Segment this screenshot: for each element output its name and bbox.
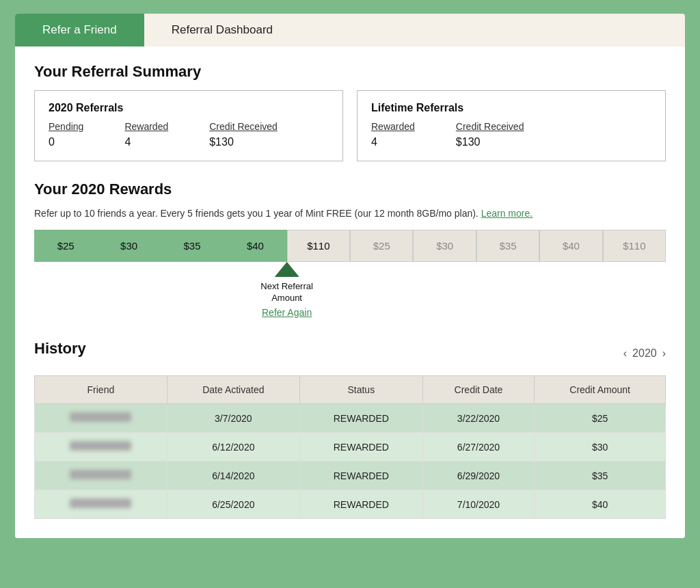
table-row: 6/12/2020REWARDED6/27/2020$30 xyxy=(35,433,666,462)
current-year: 2020 xyxy=(632,347,657,360)
lifetime-rewarded-value: 4 xyxy=(371,136,415,148)
history-header: History ‹ 2020 › xyxy=(34,340,666,367)
referrals-2020-box: 2020 Referrals Pending 0 Rewarded 4 Cred… xyxy=(34,90,343,161)
referrals-2020-columns: Pending 0 Rewarded 4 Credit Received $13… xyxy=(49,121,329,148)
reward-slot-1: $30 xyxy=(97,230,160,262)
reward-slot-6: $30 xyxy=(413,230,476,262)
reward-slot-8: $40 xyxy=(539,230,602,262)
col-credit-amount: Credit Amount xyxy=(535,376,666,404)
tab-refer[interactable]: Refer a Friend xyxy=(15,14,144,46)
credit-received-col: Credit Received $130 xyxy=(209,121,278,148)
reward-slot-2: $35 xyxy=(161,230,224,262)
credit-amount-cell: $35 xyxy=(535,462,666,490)
credit-received-value: $130 xyxy=(209,136,278,148)
learn-more-link[interactable]: Learn more. xyxy=(481,208,533,219)
lifetime-rewarded-col: Rewarded 4 xyxy=(371,121,415,148)
rewarded-header: Rewarded xyxy=(124,121,168,132)
table-row: 6/14/2020REWARDED6/29/2020$35 xyxy=(35,462,666,490)
next-referral-wrapper: Next ReferralAmount Refer Again xyxy=(34,262,666,323)
reward-slot-3: $40 xyxy=(224,230,286,262)
reward-slot-5: $25 xyxy=(350,230,413,262)
col-status: Status xyxy=(299,376,422,404)
main-content: Your Referral Summary 2020 Referrals Pen… xyxy=(15,46,685,538)
arrow-icon xyxy=(275,262,299,277)
pending-header: Pending xyxy=(49,121,83,132)
history-title: History xyxy=(34,340,86,358)
lifetime-columns: Rewarded 4 Credit Received $130 xyxy=(371,121,651,148)
friend-cell xyxy=(35,404,167,433)
lifetime-rewarded-header: Rewarded xyxy=(371,121,415,132)
table-row: 6/25/2020REWARDED7/10/2020$40 xyxy=(35,490,666,519)
status-cell: REWARDED xyxy=(299,404,422,433)
friend-cell xyxy=(35,462,167,490)
lifetime-credit-col: Credit Received $130 xyxy=(456,121,524,148)
status-cell: REWARDED xyxy=(299,433,422,462)
credit-date-cell: 7/10/2020 xyxy=(422,490,535,519)
app-container: Refer a Friend Referral Dashboard Your R… xyxy=(15,14,685,538)
next-year-button[interactable]: › xyxy=(662,347,666,360)
lifetime-credit-header: Credit Received xyxy=(456,121,524,132)
date-cell: 3/7/2020 xyxy=(167,404,299,433)
reward-slot-7: $35 xyxy=(476,230,539,262)
rewarded-col: Rewarded 4 xyxy=(124,121,168,148)
table-row: 3/7/2020REWARDED3/22/2020$25 xyxy=(35,404,666,433)
reward-slot-4: $110 xyxy=(287,230,350,262)
rewards-description: Refer up to 10 friends a year. Every 5 f… xyxy=(34,208,666,219)
credit-date-cell: 6/27/2020 xyxy=(422,433,535,462)
next-referral-label: Next ReferralAmount xyxy=(260,281,313,304)
credit-received-header: Credit Received xyxy=(209,121,278,132)
col-friend: Friend xyxy=(35,376,167,404)
reward-slot-9: $110 xyxy=(603,230,666,262)
col-credit-date: Credit Date xyxy=(422,376,535,404)
rewarded-value: 4 xyxy=(124,136,168,148)
referrals-2020-title: 2020 Referrals xyxy=(49,102,329,114)
status-cell: REWARDED xyxy=(299,462,422,490)
friend-cell xyxy=(35,490,167,519)
pending-col: Pending 0 xyxy=(49,121,83,148)
summary-row: 2020 Referrals Pending 0 Rewarded 4 Cred… xyxy=(34,90,666,161)
rewards-section: Your 2020 Rewards Refer up to 10 friends… xyxy=(34,181,666,323)
credit-date-cell: 3/22/2020 xyxy=(422,404,535,433)
credit-date-cell: 6/29/2020 xyxy=(422,462,535,490)
col-date-activated: Date Activated xyxy=(167,376,299,404)
referral-summary-title: Your Referral Summary xyxy=(34,63,666,81)
friend-cell xyxy=(35,433,167,462)
refer-again-link[interactable]: Refer Again xyxy=(262,307,312,318)
credit-amount-cell: $30 xyxy=(535,433,666,462)
tab-bar: Refer a Friend Referral Dashboard xyxy=(15,14,685,46)
tab-dashboard[interactable]: Referral Dashboard xyxy=(144,14,300,46)
date-cell: 6/25/2020 xyxy=(167,490,299,519)
reward-slot-0: $25 xyxy=(34,230,97,262)
next-referral-indicator: Next ReferralAmount Refer Again xyxy=(260,262,313,318)
lifetime-referrals-title: Lifetime Referrals xyxy=(371,102,651,114)
year-nav: ‹ 2020 › xyxy=(623,347,666,360)
rewards-title: Your 2020 Rewards xyxy=(34,181,666,198)
prev-year-button[interactable]: ‹ xyxy=(623,347,627,360)
credit-amount-cell: $40 xyxy=(535,490,666,519)
lifetime-credit-value: $130 xyxy=(456,136,524,148)
history-table: Friend Date Activated Status Credit Date… xyxy=(34,375,666,519)
pending-value: 0 xyxy=(49,136,83,148)
status-cell: REWARDED xyxy=(299,490,422,519)
date-cell: 6/14/2020 xyxy=(167,462,299,490)
lifetime-referrals-box: Lifetime Referrals Rewarded 4 Credit Rec… xyxy=(357,90,666,161)
date-cell: 6/12/2020 xyxy=(167,433,299,462)
credit-amount-cell: $25 xyxy=(535,404,666,433)
table-header-row: Friend Date Activated Status Credit Date… xyxy=(35,376,666,404)
reward-slots: $25$30$35$40$110$25$30$35$40$110 xyxy=(34,230,666,262)
